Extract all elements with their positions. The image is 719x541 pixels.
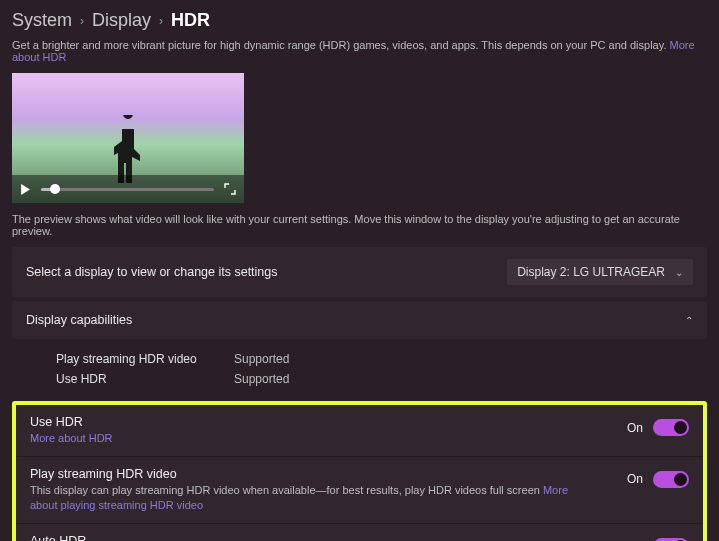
- breadcrumb-hdr: HDR: [171, 10, 210, 31]
- play-streaming-hdr-toggle[interactable]: [653, 471, 689, 488]
- display-selector-row: Select a display to view or change its s…: [12, 247, 707, 297]
- highlighted-settings-group: Use HDR More about HDR On Play streaming…: [12, 401, 707, 541]
- capability-row: Play streaming HDR video Supported: [56, 349, 693, 369]
- setting-desc: This display can play streaming HDR vide…: [30, 484, 540, 496]
- chevron-right-icon: ›: [80, 14, 84, 28]
- display-selector-value: Display 2: LG ULTRAGEAR: [517, 265, 665, 279]
- capability-value: Supported: [234, 372, 289, 386]
- use-hdr-toggle[interactable]: [653, 419, 689, 436]
- expand-icon[interactable]: [224, 183, 236, 195]
- video-preview[interactable]: [12, 73, 244, 203]
- more-about-hdr-link[interactable]: More about HDR: [30, 432, 113, 444]
- setting-auto-hdr: Auto HDR Get a brighter and more detaile…: [16, 523, 703, 541]
- capability-value: Supported: [234, 352, 289, 366]
- display-capabilities-label: Display capabilities: [26, 313, 132, 327]
- setting-title: Play streaming HDR video: [30, 467, 590, 481]
- subtitle-text: Get a brighter and more vibrant picture …: [12, 39, 666, 51]
- display-selector-label: Select a display to view or change its s…: [26, 265, 278, 279]
- page-subtitle: Get a brighter and more vibrant picture …: [12, 39, 707, 63]
- preview-caption: The preview shows what video will look l…: [12, 213, 707, 237]
- setting-title: Auto HDR: [30, 534, 567, 541]
- breadcrumb-display[interactable]: Display: [92, 10, 151, 31]
- display-capabilities-header[interactable]: Display capabilities ⌃: [12, 301, 707, 339]
- chevron-up-icon: ⌃: [685, 315, 693, 326]
- setting-play-streaming-hdr: Play streaming HDR video This display ca…: [16, 456, 703, 523]
- setting-use-hdr: Use HDR More about HDR On: [16, 405, 703, 456]
- toggle-state-label: On: [627, 421, 643, 435]
- breadcrumb: System › Display › HDR: [12, 10, 707, 31]
- breadcrumb-system[interactable]: System: [12, 10, 72, 31]
- capability-name: Use HDR: [56, 372, 216, 386]
- chevron-down-icon: ⌄: [675, 267, 683, 278]
- auto-hdr-toggle[interactable]: [653, 538, 689, 541]
- capability-row: Use HDR Supported: [56, 369, 693, 389]
- play-icon[interactable]: [20, 184, 31, 195]
- chevron-right-icon: ›: [159, 14, 163, 28]
- display-capabilities-list: Play streaming HDR video Supported Use H…: [12, 343, 707, 399]
- display-selector-dropdown[interactable]: Display 2: LG ULTRAGEAR ⌄: [507, 259, 693, 285]
- capability-name: Play streaming HDR video: [56, 352, 216, 366]
- setting-title: Use HDR: [30, 415, 113, 429]
- video-scrubber[interactable]: [41, 188, 214, 191]
- toggle-state-label: On: [627, 472, 643, 486]
